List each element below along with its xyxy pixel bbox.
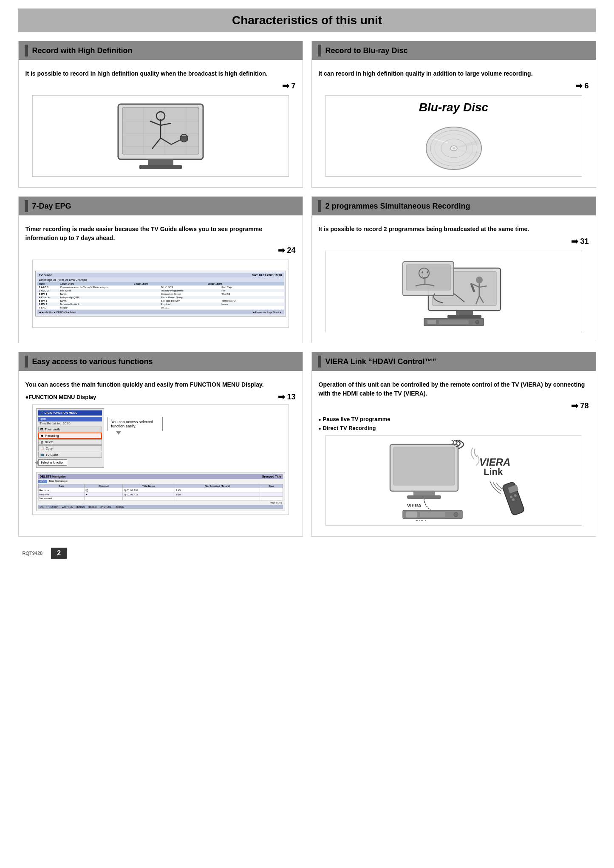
arrow-icon-6: ➡ bbox=[571, 401, 578, 411]
viera-link-svg: VIERA VIERA Link bbox=[382, 440, 526, 521]
page-footer: RQT9428 2 bbox=[18, 545, 596, 561]
cell-title-3 bbox=[123, 497, 175, 500]
epg-header-row: TV Guide SAT 10.01.2009 19:10 bbox=[37, 273, 284, 277]
disc-svg bbox=[422, 121, 486, 172]
cell-ep-1: 1:45 bbox=[175, 488, 260, 492]
epg-chan-col: 13:00-14:00 bbox=[60, 283, 134, 285]
func-time-remaining: Time Remaining: 30:00 bbox=[38, 421, 102, 425]
svg-point-42 bbox=[427, 271, 428, 274]
header-bar-4 bbox=[318, 200, 321, 212]
func-item-recording: ⏺ Recording bbox=[38, 433, 102, 439]
page-title-bar: Characteristics of this unit bbox=[18, 8, 596, 32]
card-viera-link-ref: ➡ 78 bbox=[319, 401, 589, 411]
card-record-hd: Record with High Definition It is possib… bbox=[18, 41, 303, 188]
easy-access-bullet-text: ●FUNCTION MENU Display bbox=[25, 394, 96, 400]
epg-prog-7-1: Rugby bbox=[60, 306, 161, 309]
epg-chan-1: 1 ABC 1 bbox=[39, 286, 60, 288]
epg-row-1: 1 ABC 1 Commemoration: In Today's Show a… bbox=[37, 286, 284, 289]
callout-arrow-down bbox=[116, 431, 121, 435]
func-item-delete: 🗑 Delete bbox=[38, 439, 102, 445]
card-2prog-desc: It is possible to record 2 programmes be… bbox=[319, 225, 589, 234]
card-7day-epg-desc: Timer recording is made easier because t… bbox=[25, 225, 296, 243]
card-7day-epg-header: 7-Day EPG bbox=[19, 197, 303, 215]
card-easy-access-image: 🎵 DIGA FUNCTION MENU HDD Time Remaining:… bbox=[32, 404, 289, 515]
card-easy-access-body: You can access the main function quickly… bbox=[19, 376, 303, 519]
card-2prog: 2 programmes Simultaneous Recording It i… bbox=[311, 196, 596, 343]
svg-text:VIERA: VIERA bbox=[479, 456, 510, 468]
cell-chan-1: ⚽ bbox=[85, 488, 123, 492]
viera-link-bullets: Pause live TV programme Direct TV Record… bbox=[319, 415, 589, 433]
epg-bottom-bar: ◀ ▶ +24 Hrs ▲ OPTIONS ■ Select ■ Favouri… bbox=[37, 310, 284, 314]
delete-nav-title: DELETE Navigator bbox=[40, 475, 66, 478]
arrow-icon: ➡ bbox=[282, 81, 289, 91]
features-row-2: 7-Day EPG Timer recording is made easier… bbox=[18, 196, 596, 343]
func-menu-items: 🖼 Thumbnails ⏺ Recording 🗑 Delete bbox=[38, 427, 102, 458]
svg-rect-49 bbox=[393, 447, 455, 485]
card-record-hd-header: Record with High Definition bbox=[19, 41, 303, 60]
epg-all-channels: All DVB Channels bbox=[65, 278, 88, 281]
epg-prog-4-3 bbox=[221, 296, 282, 299]
card-2prog-header: 2 programmes Simultaneous Recording bbox=[312, 197, 596, 215]
func-callout-1-area: Select a function bbox=[38, 459, 102, 466]
cell-sz-1 bbox=[260, 488, 283, 492]
bullet-pause-tv: Pause live TV programme bbox=[319, 415, 589, 424]
cell-sz-3 bbox=[260, 497, 283, 500]
tv-soccer-svg bbox=[105, 100, 216, 172]
card-2prog-body: It is possible to record 2 programmes be… bbox=[312, 221, 596, 336]
thumbnails-icon: 🖼 bbox=[40, 428, 43, 431]
epg-prog-4-1: Independly QPR bbox=[60, 296, 161, 299]
card-viera-link-desc: Operation of this unit can be controlled… bbox=[319, 380, 589, 398]
svg-rect-37 bbox=[447, 315, 481, 318]
svg-text:DIGA: DIGA bbox=[416, 520, 427, 521]
video-btn: ■VIDEO bbox=[76, 506, 85, 508]
func-menu-container: 🎵 DIGA FUNCTION MENU HDD Time Remaining:… bbox=[36, 408, 285, 468]
delete-nav-row-1: Rec time ⚽ 1) 01.01 A03 1:45 bbox=[38, 488, 283, 492]
delete-nav-row-3: Not viewed bbox=[38, 497, 283, 500]
header-bar bbox=[25, 45, 28, 57]
epg-chan-2: 2 ABC 2 bbox=[39, 289, 60, 292]
time-remaining-label: Time Remaining: bbox=[49, 480, 68, 483]
epg-chan-3: 3 ITV 1 bbox=[39, 293, 60, 295]
two-prog-svg bbox=[394, 255, 513, 328]
epg-filter-row: Landscape All Types All DVB Channels bbox=[37, 277, 284, 282]
card-viera-link-header: VIERA Link “HDAVI Control™” bbox=[312, 352, 596, 371]
card-2prog-ref: ➡ 31 bbox=[319, 236, 589, 246]
header-bar-6 bbox=[318, 356, 321, 368]
svg-rect-39 bbox=[406, 265, 450, 290]
epg-prog-1-3: Red Cap bbox=[221, 286, 282, 288]
svg-point-41 bbox=[422, 271, 423, 274]
card-record-bluray-body: It can record in high definition quality… bbox=[312, 65, 596, 181]
epg-prog-col: 14:00-15:00 bbox=[134, 283, 208, 285]
picture-btn: □PICTURE bbox=[100, 506, 111, 508]
delete-nav-sub: HDD Time Remaining: bbox=[38, 480, 283, 483]
func-item-tvguide: 📺 TV Guide bbox=[38, 452, 102, 458]
footer-code: RQT9428 bbox=[23, 551, 43, 556]
epg-prog-2-2: Holiday Programme bbox=[161, 289, 221, 292]
epg-landscape: Landscape bbox=[39, 278, 53, 281]
features-row-3: Easy access to various functions You can… bbox=[18, 352, 596, 537]
epg-all-types: All Types bbox=[53, 278, 64, 281]
delete-icon: 🗑 bbox=[40, 441, 43, 444]
epg-prog-1-1: Commemoration: In Today's Show ads you bbox=[60, 286, 161, 288]
cell-date-1: Rec time bbox=[38, 488, 85, 492]
easy-access-ref-row: ●FUNCTION MENU Display ➡ 13 bbox=[25, 392, 296, 402]
cell-date-3: Not viewed bbox=[38, 497, 85, 500]
card-7day-epg-body: Timer recording is made easier because t… bbox=[19, 221, 303, 332]
card-viera-link-image: VIERA VIERA Link bbox=[325, 435, 582, 526]
nav-icons-bar: OK ↩RETURN ▲OPTION ■VIDEO ■Select □PICTU… bbox=[38, 505, 283, 509]
epg-prog-1-2: D.I.Y. SOS bbox=[161, 286, 221, 288]
delete-nav-panel: DELETE Navigator Grouped Title HDD Time … bbox=[36, 472, 285, 511]
card-record-hd-desc: It is possible to record in high definit… bbox=[25, 69, 296, 78]
epg-prog-2-1: Hot Wires bbox=[60, 289, 161, 292]
svg-point-29 bbox=[476, 277, 483, 283]
recording-icon: ⏺ bbox=[41, 434, 44, 437]
card-easy-access: Easy access to various functions You can… bbox=[18, 352, 303, 537]
epg-chan-7: 7 SAC bbox=[39, 306, 60, 309]
epg-prog-3-2: Coronation Street bbox=[161, 293, 221, 295]
epg-prog-5-2: Sex and the City bbox=[161, 300, 221, 302]
svg-rect-57 bbox=[420, 512, 445, 517]
svg-text:Link: Link bbox=[484, 467, 503, 477]
svg-point-58 bbox=[454, 512, 458, 517]
card-record-hd-image bbox=[32, 95, 289, 177]
th-episodes: No. Selected (Totals) bbox=[175, 484, 260, 488]
